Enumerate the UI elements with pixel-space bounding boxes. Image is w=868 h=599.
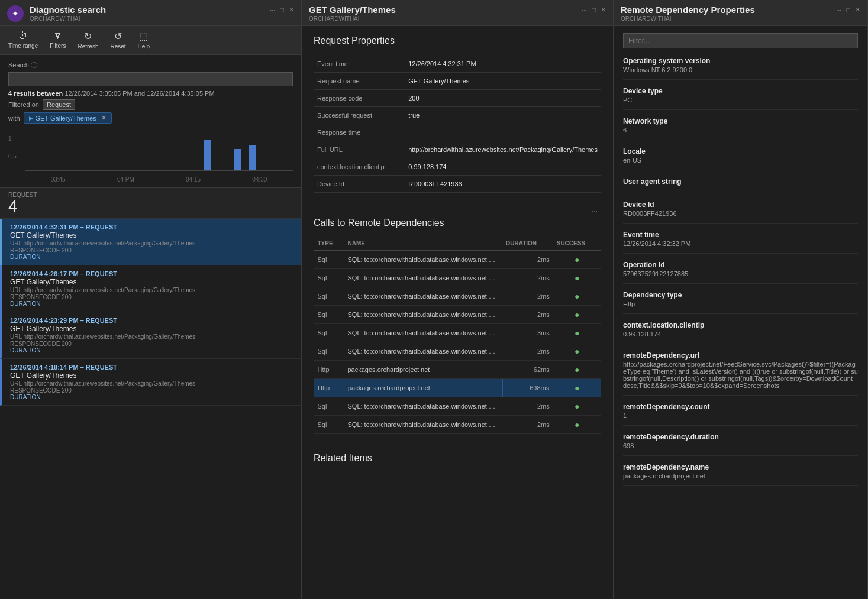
right-panel-maximize-btn[interactable]: □: [846, 7, 850, 14]
call-duration: 2ms: [502, 287, 553, 306]
result-meta: RESPONSECODE 200: [10, 341, 293, 347]
prop-value: 12/26/2014 4:32:31 PM: [405, 56, 601, 73]
middle-panel-controls: ··· □ ✕: [582, 5, 606, 14]
call-row[interactable]: Sql SQL: tcp:orchardwithaidb.database.wi…: [314, 251, 601, 269]
right-prop-value: RD0003FF421936: [623, 210, 858, 217]
search-results-text: 4 results between 12/26/2014 3:35:05 PM …: [8, 90, 293, 97]
left-panel-subtitle: ORCHARDWITHAI: [30, 15, 106, 22]
middle-panel-title-area: GET Gallery/Themes ORCHARDWITHAI: [309, 5, 396, 22]
toolbar-reset[interactable]: ↺ Reset: [110, 31, 125, 50]
right-filter-input[interactable]: [623, 33, 858, 48]
more-dots[interactable]: ···: [314, 205, 601, 218]
filter-tag-request[interactable]: Request: [43, 99, 75, 110]
right-prop-label: Event time: [623, 231, 858, 239]
middle-panel-more-btn[interactable]: ···: [582, 7, 587, 14]
success-checkmark-icon: ●: [575, 292, 579, 301]
middle-panel-header: GET Gallery/Themes ORCHARDWITHAI ··· □ ✕: [302, 0, 613, 26]
call-success: ●: [553, 324, 601, 342]
right-panel: Remote Dependency Properties ORCHARDWITH…: [614, 0, 868, 599]
toolbar-refresh[interactable]: ↻ Refresh: [78, 31, 98, 50]
reset-icon: ↺: [114, 31, 122, 42]
right-prop-label: Network type: [623, 117, 858, 125]
result-duration: DURATION: [10, 394, 293, 400]
prop-label: context.location.clientip: [314, 158, 405, 176]
right-prop-label: remoteDependency.name: [623, 463, 858, 471]
call-type: Sql: [314, 287, 344, 306]
help-icon: ⬚: [139, 31, 148, 42]
middle-panel-close-btn[interactable]: ✕: [601, 6, 606, 14]
calls-title: Calls to Remote Dependencies: [314, 218, 601, 228]
success-checkmark-icon: ●: [575, 383, 579, 393]
chart-container: 1 0.5 03:45 04 PM 04:15 04:30: [8, 135, 293, 183]
result-item[interactable]: 12/26/2014 4:23:29 PM – REQUEST GET Gall…: [0, 312, 301, 359]
filters-icon: ⛛: [53, 31, 63, 41]
left-panel: ✦ Diagnostic search ORCHARDWITHAI ··· □ …: [0, 0, 302, 599]
with-tag[interactable]: ▶ GET Gallery/Themes ✕: [24, 112, 112, 124]
result-timestamp: 12/26/2014 4:32:31 PM – REQUEST: [10, 224, 293, 231]
call-row[interactable]: Sql SQL: tcp:orchardwithaidb.database.wi…: [314, 342, 601, 361]
left-panel-maximize-btn[interactable]: □: [280, 7, 284, 14]
middle-content: Request Properties Event time 12/26/2014…: [302, 26, 613, 443]
success-checkmark-icon: ●: [575, 273, 579, 283]
prop-value: [405, 124, 601, 141]
call-row[interactable]: Http packages.orchardproject.net 698ms ●: [314, 379, 601, 397]
reset-label: Reset: [110, 43, 125, 50]
left-panel-more-btn[interactable]: ···: [270, 7, 275, 14]
result-item[interactable]: 12/26/2014 4:32:31 PM – REQUEST GET Gall…: [0, 219, 301, 265]
prop-value: http://orchardwithai.azurewebsites.net/P…: [405, 141, 601, 158]
call-success: ●: [553, 306, 601, 324]
call-type: Sql: [314, 251, 344, 269]
success-checkmark-icon: ●: [575, 310, 579, 319]
refresh-label: Refresh: [78, 43, 98, 50]
prop-label: Request name: [314, 73, 405, 90]
request-properties-title: Request Properties: [314, 35, 601, 46]
related-items-title: Related Items: [302, 443, 613, 468]
call-duration: 62ms: [502, 361, 553, 379]
result-item[interactable]: 12/26/2014 4:26:17 PM – REQUEST GET Gall…: [0, 265, 301, 312]
call-row[interactable]: Sql SQL: tcp:orchardwithaidb.database.wi…: [314, 306, 601, 324]
call-row[interactable]: Sql SQL: tcp:orchardwithaidb.database.wi…: [314, 324, 601, 342]
result-timestamp: 12/26/2014 4:18:14 PM – REQUEST: [10, 364, 293, 371]
toolbar-filters[interactable]: ⛛ Filters: [50, 31, 66, 50]
chart-y-mid: 0.5: [8, 153, 23, 160]
success-checkmark-icon: ●: [575, 255, 579, 264]
toolbar-help[interactable]: ⬚ Help: [138, 31, 150, 50]
result-name: GET Gallery/Themes: [10, 371, 293, 380]
with-tag-close-btn[interactable]: ✕: [101, 114, 107, 122]
request-prop-row: context.location.clientip 0.99.128.174: [314, 158, 601, 176]
result-url: URL http://orchardwithai.azurewebsites.n…: [10, 287, 293, 293]
prop-label: Event time: [314, 56, 405, 73]
right-panel-controls: ··· □ ✕: [836, 5, 860, 14]
result-name: GET Gallery/Themes: [10, 278, 293, 286]
result-duration: DURATION: [10, 300, 293, 307]
call-row[interactable]: Sql SQL: tcp:orchardwithaidb.database.wi…: [314, 287, 601, 306]
call-row[interactable]: Sql SQL: tcp:orchardwithaidb.database.wi…: [314, 397, 601, 416]
middle-panel-maximize-btn[interactable]: □: [592, 7, 596, 14]
call-name: SQL: tcp:orchardwithaidb.database.window…: [344, 397, 503, 416]
prop-label: Response code: [314, 90, 405, 107]
right-properties-list: Operating system version Windows NT 6.2.…: [623, 57, 858, 486]
timerange-label: Time range: [8, 43, 38, 49]
right-prop-group: Network type 6: [623, 117, 858, 140]
right-panel-close-btn[interactable]: ✕: [855, 6, 860, 14]
left-panel-close-btn[interactable]: ✕: [289, 6, 294, 14]
middle-panel: GET Gallery/Themes ORCHARDWITHAI ··· □ ✕…: [302, 0, 614, 599]
search-input[interactable]: [8, 72, 293, 86]
request-prop-row: Response time: [314, 124, 601, 141]
prop-value: GET Gallery/Themes: [405, 73, 601, 90]
call-type: Sql: [314, 342, 344, 361]
right-prop-value: http://packages.orchardproject.net/FeedS…: [623, 361, 858, 389]
middle-panel-subtitle: ORCHARDWITHAI: [309, 15, 396, 22]
call-duration: 2ms: [502, 269, 553, 287]
toolbar-timerange[interactable]: ⏱ Time range: [8, 31, 38, 50]
request-prop-row: Request name GET Gallery/Themes: [314, 73, 601, 90]
result-name: GET Gallery/Themes: [10, 231, 293, 239]
chart-y-labels: 1 0.5: [8, 135, 23, 171]
call-row[interactable]: Http packages.orchardproject.net 62ms ●: [314, 361, 601, 379]
call-row[interactable]: Sql SQL: tcp:orchardwithaidb.database.wi…: [314, 269, 601, 287]
call-row[interactable]: Sql SQL: tcp:orchardwithaidb.database.wi…: [314, 416, 601, 434]
result-item[interactable]: 12/26/2014 4:18:14 PM – REQUEST GET Gall…: [0, 359, 301, 406]
request-properties-table: Event time 12/26/2014 4:32:31 PM Request…: [314, 56, 601, 193]
right-content: Operating system version Windows NT 6.2.…: [614, 26, 867, 500]
right-panel-more-btn[interactable]: ···: [836, 7, 841, 14]
